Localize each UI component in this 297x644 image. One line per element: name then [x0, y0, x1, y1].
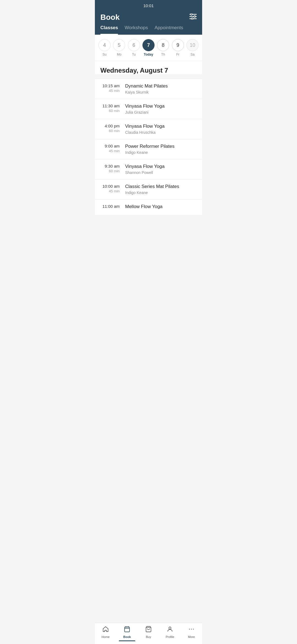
- nav-profile-label: Profile: [166, 635, 174, 638]
- class-time-3: 4:00 pm 60 min: [100, 124, 125, 133]
- tab-navigation: Classes Workshops Appointments: [95, 22, 202, 35]
- filter-icon[interactable]: [189, 13, 197, 21]
- nav-book[interactable]: Book: [117, 626, 137, 638]
- date-item-10[interactable]: 10 Sa: [186, 39, 199, 56]
- nav-buy-label: Buy: [146, 635, 151, 638]
- more-icon: [188, 626, 195, 634]
- nav-home[interactable]: Home: [96, 626, 115, 638]
- date-item-8[interactable]: 8 Th: [156, 39, 170, 56]
- date-number-10: 10: [186, 39, 199, 51]
- class-item-1[interactable]: 10:15 am 45 min Dynamic Mat Pilates Kaiy…: [95, 79, 202, 99]
- header: Book: [95, 10, 202, 22]
- date-item-9[interactable]: 9 Fr: [171, 39, 185, 56]
- class-time-1: 10:15 am 45 min: [100, 83, 125, 93]
- svg-point-14: [193, 629, 194, 630]
- class-info-5: Vinyasa Flow Yoga Shannon Powell: [125, 164, 197, 175]
- svg-point-3: [191, 13, 192, 15]
- profile-icon: [167, 626, 173, 634]
- class-item-7[interactable]: 11:00 am Mellow Flow Yoga: [95, 199, 202, 215]
- date-item-6[interactable]: 6 Tu: [127, 39, 141, 56]
- class-info-7: Mellow Flow Yoga: [125, 204, 197, 211]
- date-item-4[interactable]: 4 Su: [98, 39, 111, 56]
- buy-icon: [145, 626, 152, 634]
- tab-workshops[interactable]: Workshops: [125, 25, 148, 35]
- current-date-heading: Wednesday, August 7: [100, 67, 197, 74]
- class-list: 10:15 am 45 min Dynamic Mat Pilates Kaiy…: [95, 79, 202, 215]
- date-number-8: 8: [157, 39, 169, 51]
- date-selector: 4 Su 5 Mo 6 Tu 7 Today 8 Th 9 Fr 10: [95, 35, 202, 61]
- nav-more-label: More: [188, 635, 195, 638]
- home-icon: [102, 626, 109, 634]
- class-info-2: Vinyasa Flow Yoga Julia Graziani: [125, 103, 197, 114]
- class-item-4[interactable]: 9:00 am 45 min Power Reformer Pilates In…: [95, 139, 202, 159]
- class-item-2[interactable]: 11:30 am 60 min Vinyasa Flow Yoga Julia …: [95, 99, 202, 119]
- date-item-7[interactable]: 7 Today: [142, 39, 155, 56]
- date-label-9: Fr: [176, 53, 179, 56]
- page-title: Book: [100, 13, 120, 22]
- class-time-6: 10:00 am 45 min: [100, 184, 125, 193]
- class-item-5[interactable]: 9:30 am 60 min Vinyasa Flow Yoga Shannon…: [95, 159, 202, 179]
- nav-profile[interactable]: Profile: [160, 626, 180, 638]
- bottom-navigation: Home Book Buy: [95, 623, 202, 644]
- class-time-2: 11:30 am 60 min: [100, 103, 125, 113]
- date-item-5[interactable]: 5 Mo: [112, 39, 126, 56]
- main-content: Wednesday, August 7 10:15 am 45 min Dyna…: [95, 61, 202, 237]
- svg-point-4: [194, 16, 196, 17]
- nav-more[interactable]: More: [182, 626, 201, 638]
- class-item-6[interactable]: 10:00 am 45 min Classic Series Mat Pilat…: [95, 179, 202, 199]
- date-section: Wednesday, August 7: [95, 61, 202, 74]
- date-label-7: Today: [144, 53, 153, 56]
- date-label-8: Th: [161, 53, 165, 56]
- date-label-10: Sa: [191, 53, 195, 56]
- tab-classes[interactable]: Classes: [100, 25, 118, 35]
- class-time-5: 9:30 am 60 min: [100, 164, 125, 173]
- book-icon: [124, 626, 130, 634]
- class-info-3: Vinyasa Flow Yoga Claudia Hruschka: [125, 124, 197, 135]
- date-number-4: 4: [98, 39, 111, 51]
- nav-book-label: Book: [123, 635, 131, 638]
- date-number-7: 7: [142, 39, 155, 51]
- class-info-4: Power Reformer Pilates Indigo Keane: [125, 144, 197, 155]
- svg-point-13: [191, 629, 192, 630]
- date-number-9: 9: [172, 39, 184, 51]
- date-label-6: Tu: [132, 53, 136, 56]
- status-bar: 10:01: [95, 0, 202, 10]
- svg-point-5: [191, 18, 193, 20]
- svg-point-12: [189, 629, 190, 630]
- nav-buy[interactable]: Buy: [139, 626, 158, 638]
- date-label-5: Mo: [117, 53, 122, 56]
- date-number-6: 6: [128, 39, 140, 51]
- status-time: 10:01: [143, 3, 154, 8]
- nav-active-indicator: [119, 640, 135, 641]
- nav-home-label: Home: [101, 635, 109, 638]
- class-time-7: 11:00 am: [100, 204, 125, 209]
- class-item-3[interactable]: 4:00 pm 60 min Vinyasa Flow Yoga Claudia…: [95, 119, 202, 139]
- svg-rect-6: [125, 627, 130, 632]
- class-time-4: 9:00 am 45 min: [100, 144, 125, 153]
- svg-point-11: [169, 627, 171, 629]
- class-info-6: Classic Series Mat Pilates Indigo Keane: [125, 184, 197, 195]
- date-number-5: 5: [113, 39, 125, 51]
- class-info-1: Dynamic Mat Pilates Kaiya Skurnik: [125, 83, 197, 94]
- tab-appointments[interactable]: Appointments: [155, 25, 183, 35]
- date-label-4: Su: [103, 53, 107, 56]
